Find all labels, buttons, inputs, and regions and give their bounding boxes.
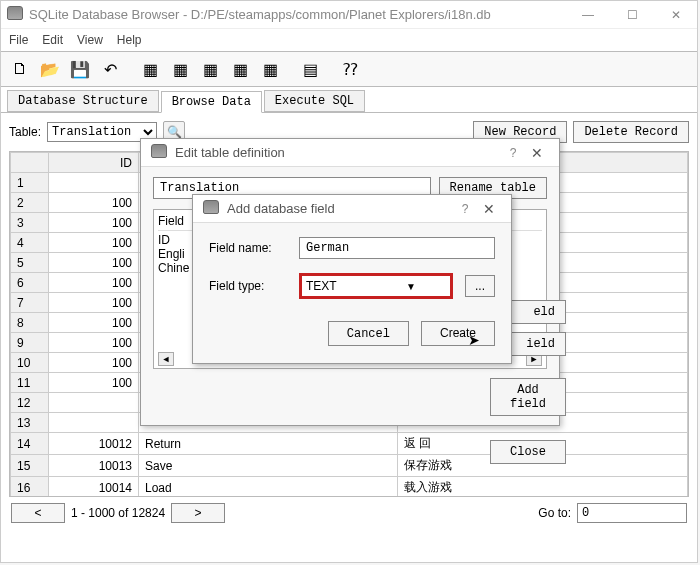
save-icon[interactable]: 💾 (67, 56, 93, 82)
cursor-icon: ➤ (468, 332, 480, 348)
titlebar: SQLite Database Browser - D:/PE/steamapp… (1, 1, 697, 29)
tab-structure[interactable]: Database Structure (7, 90, 159, 112)
field-type-label: Field type: (209, 279, 291, 293)
menu-file[interactable]: File (9, 33, 28, 47)
menu-edit[interactable]: Edit (42, 33, 63, 47)
close-icon[interactable]: ✕ (477, 201, 501, 217)
add-field-button[interactable]: Add field (490, 378, 566, 416)
maximize-button[interactable]: ☐ (617, 8, 647, 22)
delete-table-icon[interactable]: ▦ (167, 56, 193, 82)
database-icon (151, 144, 167, 161)
database-icon (7, 6, 23, 23)
chevron-down-icon[interactable]: ▼ (376, 281, 446, 292)
help-icon[interactable]: ? (501, 146, 525, 160)
prev-page-button[interactable]: < (11, 503, 65, 523)
next-page-button[interactable]: > (171, 503, 225, 523)
close-dialog1-button[interactable]: Close (490, 440, 566, 464)
table-row[interactable]: 1610014Load载入游戏 (11, 477, 688, 498)
field-name-label: Field name: (209, 241, 291, 255)
table-label: Table: (9, 125, 41, 139)
cancel-button[interactable]: Cancel (328, 321, 409, 346)
menubar: File Edit View Help (1, 29, 697, 51)
whatsthis-icon[interactable]: ⁇ (337, 56, 363, 82)
dialog2-title: Add database field (227, 201, 453, 216)
col-id[interactable]: ID (49, 153, 139, 173)
goto-input[interactable] (577, 503, 687, 523)
field-type-more-button[interactable]: ... (465, 275, 495, 297)
dialog-title: Edit table definition (175, 145, 501, 160)
modify-table-icon[interactable]: ▦ (197, 56, 223, 82)
delete-record-button[interactable]: Delete Record (573, 121, 689, 143)
footer: < 1 - 1000 of 12824 > Go to: (1, 497, 697, 529)
create-button[interactable]: Create ➤ (421, 321, 495, 346)
open-file-icon[interactable]: 📂 (37, 56, 63, 82)
new-file-icon[interactable]: 🗋 (7, 56, 33, 82)
window-title: SQLite Database Browser - D:/PE/steamapp… (29, 7, 573, 22)
page-range: 1 - 1000 of 12824 (71, 506, 165, 520)
field-type-combo[interactable]: TEXT ▼ (299, 273, 453, 299)
tab-browse[interactable]: Browse Data (161, 91, 262, 113)
menu-help[interactable]: Help (117, 33, 142, 47)
tab-sql[interactable]: Execute SQL (264, 90, 365, 112)
close-button[interactable]: ✕ (661, 8, 691, 22)
close-icon[interactable]: ✕ (525, 145, 549, 161)
minimize-button[interactable]: — (573, 8, 603, 22)
scroll-left-icon[interactable]: ◄ (158, 352, 174, 366)
table-row[interactable]: 1510013Save保存游戏 (11, 455, 688, 477)
database-icon (203, 200, 219, 217)
log-icon[interactable]: ▤ (297, 56, 323, 82)
help-icon[interactable]: ? (453, 202, 477, 216)
undo-icon[interactable]: ↶ (97, 56, 123, 82)
add-field-dialog: Add database field ? ✕ Field name: Field… (192, 194, 512, 364)
table-row[interactable]: 1410012Return返 回 (11, 433, 688, 455)
create-table-icon[interactable]: ▦ (137, 56, 163, 82)
menu-view[interactable]: View (77, 33, 103, 47)
delete-index-icon[interactable]: ▦ (257, 56, 283, 82)
field-name-input[interactable] (299, 237, 495, 259)
goto-label: Go to: (538, 506, 571, 520)
create-index-icon[interactable]: ▦ (227, 56, 253, 82)
toolbar: 🗋 📂 💾 ↶ ▦ ▦ ▦ ▦ ▦ ▤ ⁇ (1, 51, 697, 87)
field-type-value: TEXT (306, 279, 376, 293)
tabbar: Database Structure Browse Data Execute S… (1, 89, 697, 113)
